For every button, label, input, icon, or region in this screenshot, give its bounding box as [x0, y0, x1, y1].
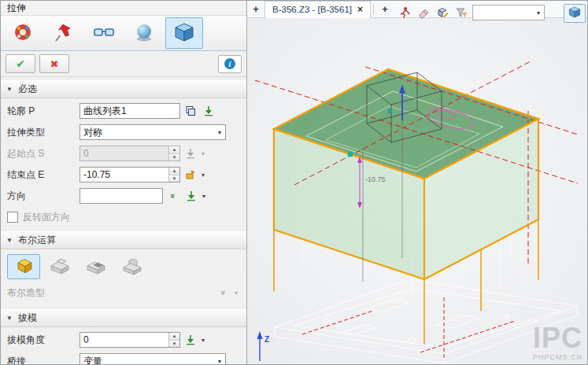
reverse-face-checkbox[interactable] [7, 212, 18, 223]
reverse-face-label: 反转面方向 [23, 211, 70, 224]
edit-solid-button[interactable] [435, 5, 450, 20]
ok-button[interactable]: ✔ [6, 54, 35, 73]
dropdown-icon[interactable]: ▾ [199, 337, 207, 344]
spin-up-icon[interactable]: ▲ [169, 168, 179, 175]
3d-scene: -10.75 Z [247, 18, 588, 365]
close-tab-icon[interactable]: × [357, 4, 363, 15]
collapse-icon: ▼ [6, 315, 13, 322]
offset-point-icon[interactable] [183, 167, 198, 182]
start-point-stepper: ▲ ▼ [80, 146, 180, 161]
boolean-intersect-icon [120, 256, 144, 278]
draft-angle-row: 拔模角度 ▲ ▼ ▾ [7, 331, 240, 348]
boolean-add-button[interactable] [43, 254, 76, 279]
view-cube-icon [568, 6, 582, 21]
dropdown-icon: ▾ [214, 358, 225, 365]
section-required-label: 必选 [18, 83, 37, 96]
boolean-base-icon [12, 256, 35, 278]
collapse-icon: ▼ [6, 237, 13, 244]
glasses-icon [93, 22, 115, 45]
dialog-title: 拉伸 [1, 1, 246, 16]
boolean-base-button[interactable] [7, 254, 40, 279]
section-boolean[interactable]: ▼ 布尔运算 [1, 231, 246, 249]
filter-select[interactable]: ▾ [472, 5, 545, 20]
glasses-tool-button[interactable] [85, 17, 123, 49]
section-draft-label: 拔模 [18, 312, 37, 325]
document-tab-label: B-356.Z3 - [B-3561] [272, 5, 352, 14]
extrude-tool-button[interactable] [165, 17, 203, 49]
direction-input[interactable] [80, 188, 163, 204]
draft-form: 拔模角度 ▲ ▼ ▾ 桥接 变量 ▾ [1, 327, 246, 365]
extrude-type-label: 拉伸类型 [7, 126, 75, 139]
draft-angle-spin-buttons[interactable]: ▲ ▼ [168, 333, 179, 347]
start-point-input [80, 146, 168, 160]
extrude-type-row: 拉伸类型 对称 ▾ [7, 124, 240, 141]
profile-label: 轮廓 P [7, 105, 75, 118]
spin-up-icon: ▲ [169, 146, 179, 153]
new-tab-button[interactable]: + [247, 3, 264, 15]
check-icon: ✔ [16, 57, 25, 70]
dropdown-icon[interactable]: ▾ [199, 171, 207, 179]
sphere-icon [133, 22, 155, 45]
boolean-shape-row: 布尔造型 » ▾ [1, 282, 246, 306]
boolean-remove-button[interactable] [80, 254, 113, 279]
spin-down-icon[interactable]: ▼ [169, 175, 179, 182]
draft-angle-stepper[interactable]: ▲ ▼ [80, 332, 180, 348]
dialog-action-row: ✔ ✖ i [1, 51, 246, 77]
boolean-remove-icon [84, 256, 108, 278]
boolean-add-icon [48, 256, 72, 278]
cancel-button[interactable]: ✖ [39, 54, 69, 73]
erase-button[interactable] [416, 5, 431, 20]
profile-row: 轮廓 P [7, 102, 240, 120]
new-tab-button-2[interactable]: + [376, 3, 394, 15]
tab-divider [373, 4, 374, 14]
section-required[interactable]: ▼ 必选 [1, 80, 246, 98]
end-point-spin-buttons[interactable]: ▲ ▼ [168, 168, 179, 182]
expand-chevrons-icon-disabled: » [216, 285, 231, 300]
axis-z-label: Z [264, 335, 269, 344]
extrude-dialog-panel: 拉伸 [1, 1, 247, 365]
profile-input[interactable] [80, 103, 180, 119]
section-draft[interactable]: ▼ 拔模 [1, 309, 246, 327]
dropdown-icon[interactable]: ▾ [200, 193, 208, 200]
viewport-area: + B-356.Z3 - [B-3561] × + [247, 1, 588, 365]
end-point-stepper[interactable]: ▲ ▼ [80, 167, 180, 182]
filter-button[interactable] [453, 5, 469, 20]
pick-angle-icon[interactable] [183, 332, 198, 348]
spin-up-icon[interactable]: ▲ [169, 333, 179, 340]
start-point-label: 起始点 S [7, 147, 75, 160]
extrude-type-select[interactable]: 对称 ▾ [80, 124, 226, 140]
boolean-intersect-button[interactable] [116, 254, 149, 279]
start-pick-icon-disabled [183, 146, 198, 161]
palette-icon [13, 22, 35, 45]
spin-down-icon: ▼ [169, 153, 179, 161]
view-cube-button[interactable] [564, 4, 586, 23]
palette-tool-button[interactable] [5, 17, 43, 49]
sphere-tool-button[interactable] [125, 17, 163, 49]
cancel-icon: ✖ [50, 58, 59, 70]
watermark: IPC PHPCMS.CN [533, 324, 582, 361]
info-button[interactable]: i [218, 55, 242, 73]
pin-tool-button[interactable] [45, 17, 83, 49]
expand-chevrons-icon[interactable]: » [165, 188, 181, 204]
extrude-cube-icon [172, 21, 196, 46]
dimension-label: -10.75 [365, 175, 386, 183]
3d-canvas[interactable]: -10.75 Z IPC PHPCMS.CN [247, 18, 588, 365]
bridge-select[interactable]: 变量 ▾ [80, 353, 226, 365]
pushpin-icon [53, 22, 75, 45]
draft-angle-input[interactable] [80, 333, 168, 347]
walk-through-button[interactable] [397, 5, 412, 20]
copy-list-icon[interactable] [183, 103, 198, 119]
dropdown-icon: ▾ [199, 150, 207, 157]
pick-direction-icon[interactable] [183, 188, 199, 204]
collapse-icon: ▼ [6, 86, 13, 93]
start-point-row: 起始点 S ▲ ▼ ▾ [7, 145, 240, 162]
pick-target-icon[interactable] [201, 103, 216, 119]
end-point-input[interactable] [80, 168, 168, 182]
dropdown-icon: ▾ [533, 9, 544, 17]
spin-down-icon[interactable]: ▼ [169, 340, 179, 348]
reverse-face-row: 反转面方向 [7, 208, 240, 226]
dropdown-icon: ▾ [232, 289, 240, 297]
dropdown-icon: ▾ [214, 129, 225, 136]
cad-application-window: 拉伸 [0, 0, 588, 365]
document-tab-active[interactable]: B-356.Z3 - [B-3561] × [264, 1, 371, 18]
